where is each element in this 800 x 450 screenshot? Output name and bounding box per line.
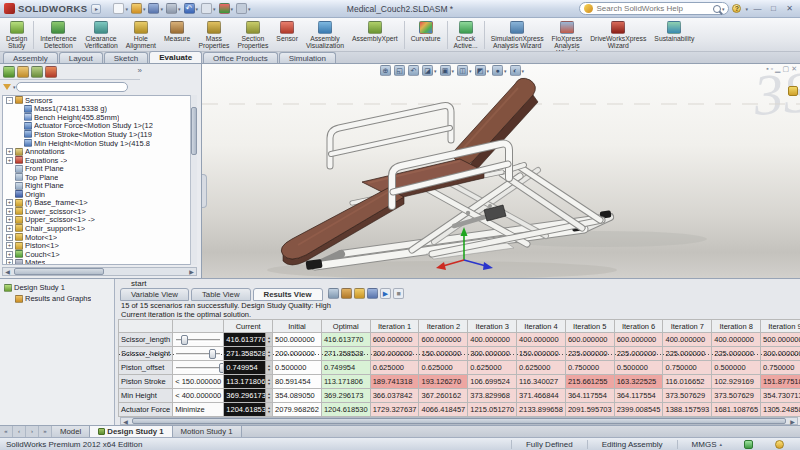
scroll-left-icon[interactable]: ◀ — [121, 418, 130, 425]
column-header-iteration-4[interactable]: Iteration 4 — [517, 320, 566, 333]
print-icon[interactable] — [166, 3, 177, 14]
hole-alignment-button[interactable]: HoleAlignment — [122, 19, 160, 51]
expand-display-pane-icon[interactable]: » — [138, 66, 142, 75]
tab-table-view[interactable]: Table View — [191, 288, 251, 301]
save-study-icon[interactable] — [367, 288, 378, 299]
measure-button[interactable]: Measure — [160, 19, 194, 51]
dropdown-icon[interactable]: ▾ — [469, 68, 472, 74]
expand-icon[interactable]: + — [6, 148, 13, 155]
dropdown-icon[interactable]: ▾ — [248, 6, 251, 12]
tree-item-actuator-force-motion-study-1[interactable]: Actuator Force<Motion Study 1>(12 — [3, 122, 196, 131]
select-icon[interactable] — [201, 3, 212, 14]
tree-item-bench-height[interactable]: Bench Height(455.85mm) — [3, 113, 196, 122]
view-orientation-button[interactable]: ▣▾ — [440, 65, 455, 76]
tree-item-right-plane[interactable]: Right Plane — [3, 181, 196, 190]
collapse-icon[interactable]: - — [6, 97, 13, 104]
options-icon[interactable] — [236, 3, 247, 14]
expand-icon[interactable]: + — [6, 259, 13, 265]
sustainability-button[interactable]: Sustainability — [650, 19, 698, 51]
scroll-right-icon[interactable]: ▶ — [788, 418, 797, 425]
table-horizontal-scrollbar[interactable]: ◀ ▶ — [120, 417, 798, 425]
dropdown-icon[interactable]: ▾ — [160, 6, 163, 12]
design-study-button[interactable]: DesignStudy — [2, 19, 31, 51]
expand-icon[interactable]: + — [6, 234, 13, 241]
expand-icon[interactable]: + — [6, 251, 13, 258]
pin-icon[interactable]: ▪ — [766, 65, 768, 73]
undo-icon[interactable]: ↶ — [184, 3, 195, 14]
scroll-right-icon[interactable]: ▶ — [187, 268, 196, 275]
column-header-iteration-1[interactable]: Iteration 1 — [370, 320, 419, 333]
search-input[interactable] — [596, 4, 712, 13]
dropdown-icon[interactable]: ▾ — [452, 68, 455, 74]
column-header-iteration-6[interactable]: Iteration 6 — [614, 320, 663, 333]
new-document-icon[interactable] — [113, 3, 124, 14]
tab-assembly[interactable]: Assembly — [3, 52, 58, 63]
curvature-button[interactable]: Curvature — [407, 19, 445, 51]
filter-input[interactable] — [16, 82, 128, 92]
value-stepper[interactable]: ▴▾ — [265, 347, 272, 360]
results-compare-icon[interactable] — [341, 288, 352, 299]
tree-item-sensors[interactable]: -Sensors — [3, 96, 196, 105]
select-button[interactable]: ▾ — [201, 3, 216, 14]
print-button[interactable]: ▾ — [166, 3, 181, 14]
dropdown-icon[interactable]: ▾ — [434, 68, 437, 74]
column-header-initial[interactable]: Initial — [273, 320, 322, 333]
tree-item-mass1[interactable]: Mass1(74181.5338 g) — [3, 105, 196, 114]
tree-item-front-plane[interactable]: Front Plane — [3, 164, 196, 173]
hide-show-items-button[interactable]: ◩▾ — [475, 65, 490, 76]
restore-icon[interactable]: □ — [767, 4, 780, 13]
value-stepper[interactable]: ▴▾ — [265, 403, 272, 416]
tree-item-top-plane[interactable]: Top Plane — [3, 173, 196, 182]
value-stepper[interactable]: ▴▾ — [265, 333, 272, 346]
tree-item-equations[interactable]: +Equations -> — [3, 156, 196, 165]
assistance-icon[interactable] — [775, 440, 784, 449]
close-icon[interactable]: ✕ — [783, 4, 796, 13]
last-tab-icon[interactable]: » — [39, 426, 52, 437]
results-and-graphs-item[interactable]: Results and Graphs — [0, 293, 114, 304]
graphics-viewport[interactable]: 3S ⊕◱↶◪▾▣▾◫▾◩▾●▾◐▾ ▪▫▁▢✕ — [202, 64, 800, 278]
scrollbar-thumb[interactable] — [191, 107, 197, 155]
tree-item-mates[interactable]: +Mates — [3, 258, 196, 265]
scrollbar-thumb[interactable] — [14, 268, 104, 275]
variable-slider-cell[interactable] — [173, 347, 224, 361]
dropdown-icon[interactable]: ▾ — [522, 68, 525, 74]
open-button[interactable]: ▾ — [131, 3, 146, 14]
current-value-cell[interactable]: 113.171806▴▾ — [224, 375, 273, 389]
dropdown-icon[interactable]: ▾ — [125, 6, 128, 12]
tab-layout[interactable]: Layout — [59, 52, 103, 63]
dropdown-icon[interactable]: ▾ — [178, 6, 181, 12]
dropdown-icon[interactable]: ▾ — [231, 6, 234, 12]
couch-3d-model[interactable] — [202, 64, 800, 278]
help-icon[interactable]: ? — [732, 4, 741, 13]
tree-item-piston-stroke-motion-study-1[interactable]: Piston Stroke<Motion Study 1>(119 — [3, 130, 196, 139]
zoom-fit-button[interactable]: ⊕ — [380, 65, 391, 76]
restore-doc-icon[interactable]: ▁ — [775, 65, 780, 73]
previous-tab-icon[interactable]: ‹ — [13, 426, 26, 437]
tree-vertical-scrollbar[interactable] — [190, 95, 197, 265]
scroll-left-icon[interactable]: ◀ — [3, 268, 12, 275]
tree-item-origin[interactable]: Origin — [3, 190, 196, 199]
search-icon[interactable] — [713, 5, 721, 13]
help-dropdown-icon[interactable]: ▾ — [745, 6, 748, 12]
open-study-icon[interactable] — [354, 288, 365, 299]
column-header-iteration-7[interactable]: Iteration 7 — [663, 320, 712, 333]
current-value-cell[interactable]: 416.613770▴▾ — [224, 333, 273, 347]
slider-handle[interactable] — [181, 335, 188, 345]
section-view-button[interactable]: ◪▾ — [422, 65, 437, 76]
document-tab-design-study-1[interactable]: Design Study 1 — [90, 426, 172, 437]
propertymanager-tab-icon[interactable] — [17, 66, 29, 78]
column-header-iteration-3[interactable]: Iteration 3 — [468, 320, 517, 333]
rebuild-button[interactable]: ▾ — [219, 3, 234, 14]
tab-office-products[interactable]: Office Products — [203, 52, 278, 63]
interference-detection-button[interactable]: InterferenceDetection — [36, 19, 80, 51]
mass-properties-button[interactable]: MassProperties — [194, 19, 233, 51]
sensor-button[interactable]: Sensor — [272, 19, 302, 51]
current-value-cell[interactable]: 369.296173▴▾ — [224, 389, 273, 403]
displaymanager-tab-icon[interactable] — [45, 66, 57, 78]
display-style-button[interactable]: ◫▾ — [457, 65, 472, 76]
tab-variable-view[interactable]: Variable View — [120, 288, 189, 301]
column-header-optimal[interactable]: Optimal — [321, 320, 370, 333]
featuremanager-tab-icon[interactable] — [3, 66, 15, 78]
dropdown-icon[interactable]: ▾ — [504, 68, 507, 74]
open-icon[interactable] — [131, 3, 142, 14]
